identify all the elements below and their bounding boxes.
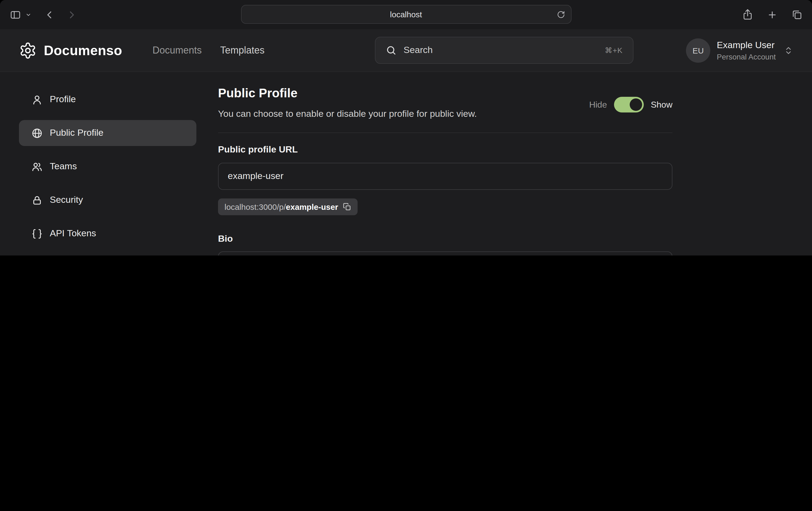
brand[interactable]: Documenso [19,41,122,59]
sidebar-item-label: API Tokens [50,228,96,239]
sidebar-item-security[interactable]: Security [19,187,196,213]
users-icon [31,160,43,173]
divider [218,132,672,133]
chrome-right-controls [742,9,802,20]
sidebar-item-api-tokens[interactable]: API Tokens [19,221,196,247]
sidebar-item-label: Teams [50,161,77,172]
chrome-left-controls [10,9,77,20]
share-icon[interactable] [742,9,753,20]
lock-icon [31,194,43,206]
browser-chrome: localhost [0,0,812,29]
documenso-logo-icon [19,41,37,59]
visibility-toggle-row: Hide Show [589,97,672,113]
show-label: Show [651,100,672,110]
settings-sidebar: Profile Public Profile Teams Security [19,87,196,256]
reload-icon[interactable] [557,10,565,19]
new-tab-icon[interactable] [767,9,777,20]
browser-window: localhost [0,0,812,256]
url-preview-text: localhost:3000/p/example-user [225,202,338,211]
sidebar-item-webhooks[interactable]: Webhooks [19,254,196,256]
url-prefix: localhost:3000/p/ [225,202,286,211]
primary-nav: Documents Templates [152,44,264,56]
page-head: Public Profile You can choose to enable … [218,72,672,120]
bio-textarea-wrap: This is an example bio. [218,251,672,256]
sidebar-item-profile[interactable]: Profile [19,87,196,113]
sidebar-item-label: Security [50,195,83,206]
nav-templates[interactable]: Templates [220,44,264,56]
braces-icon [31,228,43,240]
sidebar-item-label: Profile [50,94,76,105]
tab-overview-icon[interactable] [791,9,802,20]
user-icon [31,94,43,106]
search-placeholder: Search [404,45,433,56]
screen: localhost [0,0,812,256]
brand-name: Documenso [44,42,122,58]
search-shortcut-badge: ⌘+K [605,46,623,55]
profile-url-input[interactable] [218,163,672,190]
avatar: EU [686,38,710,62]
globe-icon [31,127,43,139]
nav-documents[interactable]: Documents [152,44,202,56]
profile-url-label: Public profile URL [218,144,672,155]
copy-icon[interactable] [343,203,351,211]
address-bar[interactable]: localhost [241,5,571,24]
sidebar-item-public-profile[interactable]: Public Profile [19,120,196,146]
search-icon [386,45,397,56]
url-slug: example-user [286,202,338,211]
sidebar-item-teams[interactable]: Teams [19,154,196,180]
profile-url-preview[interactable]: localhost:3000/p/example-user [218,199,357,215]
forward-icon[interactable] [66,9,77,20]
app-header: Documenso Documents Templates Search ⌘+K… [0,29,812,72]
hide-label: Hide [589,100,607,110]
back-icon[interactable] [45,9,55,20]
bio-label: Bio [218,234,672,244]
main-content: Public Profile You can choose to enable … [218,72,672,256]
account-type: Personal Account [717,52,776,61]
url-text: localhost [390,10,422,19]
chevron-down-icon[interactable] [25,11,31,18]
search-input[interactable]: Search ⌘+K [375,37,634,64]
chevrons-up-down-icon [784,46,793,55]
toggle-knob [630,98,642,111]
account-menu[interactable]: EU Example User Personal Account [686,38,793,62]
sidebar-item-label: Public Profile [50,128,103,139]
sidebar-toggle-icon[interactable] [10,9,21,20]
account-name: Example User [717,40,776,51]
profile-visibility-toggle[interactable] [614,97,644,113]
bio-textarea[interactable]: This is an example bio. [218,251,672,256]
account-text: Example User Personal Account [717,40,776,61]
